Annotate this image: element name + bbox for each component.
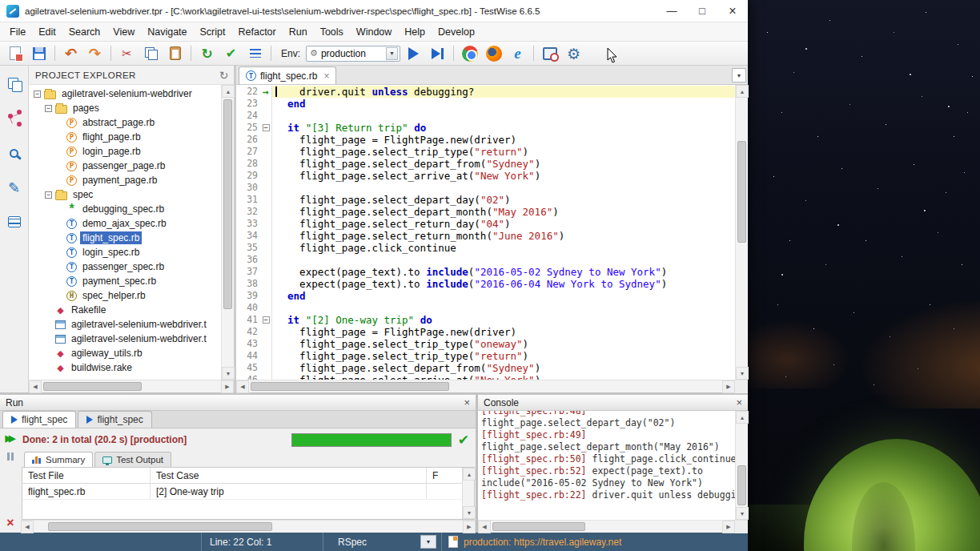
code-line[interactable]: 45 flight_page.select_depart_from("Sydne… [236, 362, 735, 374]
table-vscrollbar[interactable]: ▲ ▼ [462, 468, 474, 519]
tree-item-flight-page-rb[interactable]: Pflight_page.rb [29, 130, 221, 144]
scroll-up-icon[interactable]: ▲ [222, 85, 235, 98]
tree-item-spec-helper-rb[interactable]: Hspec_helper.rb [29, 288, 221, 303]
scroll-thumb[interactable] [223, 99, 232, 309]
scroll-thumb[interactable] [48, 522, 272, 531]
editor-vscrollbar[interactable]: ▲ ▼ [735, 85, 748, 380]
tree-item-debugging-spec-rb[interactable]: *debugging_spec.rb [29, 202, 221, 216]
code-line[interactable]: 38 expect(page_text).to include("2016-06… [236, 278, 735, 290]
subtab-summary[interactable]: Summary [24, 452, 93, 467]
save-button[interactable] [28, 43, 50, 63]
console-file-link[interactable]: [flight_spec.rb:49] [481, 429, 587, 440]
settings-button[interactable]: ⚙ [563, 43, 584, 63]
redo-button[interactable]: ↷ [84, 43, 106, 63]
editor-hscrollbar[interactable]: ◀ ▶ [236, 380, 748, 392]
tree-item-demo-ajax-spec-rb[interactable]: Tdemo_ajax_spec.rb [29, 216, 221, 231]
console-vscrollbar[interactable]: ▲ ▼ [735, 411, 748, 520]
menu-edit[interactable]: Edit [32, 26, 62, 38]
tree-item-login-spec-rb[interactable]: Tlogin_spec.rb [29, 245, 221, 259]
maximize-button[interactable]: □ [687, 0, 717, 22]
tab-close-icon[interactable]: × [323, 70, 329, 82]
code-line[interactable]: 46 flight_page.select_arrive_at("New Yor… [236, 374, 735, 380]
ie-button[interactable]: e [507, 43, 528, 63]
table-row[interactable]: flight_spec.rb[2] One-way trip [22, 484, 462, 500]
menu-script[interactable]: Script [194, 26, 232, 38]
code-line[interactable]: 32 flight_page.select_depart_month("May … [236, 206, 735, 218]
syntax-check-button[interactable]: ✔ [220, 43, 242, 63]
console-file-link[interactable]: [flight_spec.rb:52] [481, 465, 587, 477]
tree-item-buildwise-rake[interactable]: ◆buildwise.rake [29, 360, 221, 375]
scroll-track[interactable] [42, 380, 221, 392]
console-file-link[interactable]: [flight_spec.rb:50] [481, 453, 587, 465]
code-line[interactable]: 30 [236, 182, 735, 194]
collapse-icon[interactable]: − [45, 191, 52, 199]
menu-search[interactable]: Search [62, 26, 107, 38]
code-line[interactable]: 34 flight_page.select_return_month("June… [236, 230, 735, 242]
firefox-button[interactable] [483, 43, 504, 63]
scroll-thumb[interactable] [43, 382, 142, 391]
column-header-test-case[interactable]: Test Case [151, 468, 427, 483]
code-line[interactable]: 28 flight_page.select_depart_from("Sydne… [236, 158, 735, 170]
console-file-link[interactable]: [flight_spec.rb:22] [481, 489, 587, 501]
console-output[interactable]: [flight_spec.rb:48]flight_page.select_de… [478, 411, 735, 520]
code-line[interactable]: 43 flight_page.select_trip_type("oneway"… [236, 338, 735, 350]
scroll-left-icon[interactable]: ◀ [478, 521, 491, 533]
code-line[interactable]: 40 [236, 302, 735, 314]
undo-button[interactable]: ↶ [60, 43, 82, 63]
code-line[interactable]: 23 end [236, 98, 735, 110]
code-line[interactable]: 36 [236, 254, 735, 266]
menu-view[interactable]: View [106, 26, 141, 38]
pause-button[interactable] [7, 452, 14, 461]
explorer-vscrollbar[interactable]: ▲ ▼ [221, 85, 234, 380]
scroll-down-icon[interactable]: ▼ [736, 367, 749, 380]
scroll-down-icon[interactable]: ▼ [463, 506, 476, 519]
console-hscrollbar[interactable]: ◀ ▶ [478, 520, 748, 533]
tree-item-agileway-utils-rb[interactable]: ◆agileway_utils.rb [29, 346, 221, 360]
run-to-cursor-button[interactable] [427, 43, 448, 63]
scroll-track[interactable] [491, 521, 722, 533]
refresh-button[interactable]: ↻ [196, 43, 218, 63]
subtab-test-output[interactable]: Test Output [94, 452, 171, 467]
abort-button[interactable]: × [6, 516, 14, 530]
scroll-left-icon[interactable]: ◀ [21, 521, 34, 533]
code-line[interactable]: 37 expect(page_text).to include("2016-05… [236, 266, 735, 278]
tree-item-agiletravel-selenium-webdriver[interactable]: −agiletravel-selenium-webdriver [29, 86, 221, 101]
scroll-thumb[interactable] [251, 382, 449, 391]
tree-item-agiletravel-selenium-webdriver-t[interactable]: agiletravel-selenium-webdriver.t [29, 332, 221, 346]
scroll-up-icon[interactable]: ▲ [463, 468, 476, 481]
scroll-down-icon[interactable]: ▼ [222, 367, 235, 380]
env-dropdown[interactable]: ⚙ production ▼ [306, 46, 400, 62]
code-line[interactable]: 27 flight_page.select_trip_type("return"… [236, 146, 735, 158]
new-file-button[interactable] [4, 43, 26, 63]
run-button[interactable] [403, 43, 424, 63]
scroll-track[interactable] [736, 424, 748, 507]
tree-item-passenger-page-rb[interactable]: Ppassenger_page.rb [29, 159, 221, 173]
menu-tools[interactable]: Tools [314, 26, 350, 38]
chevron-down-icon[interactable]: ▼ [386, 47, 398, 60]
snippets-view-button[interactable]: ✎ [4, 177, 25, 198]
scroll-right-icon[interactable]: ▶ [463, 521, 476, 533]
paste-button[interactable] [164, 43, 186, 63]
screenshot-button[interactable] [539, 43, 560, 63]
editor-tab-list-dropdown[interactable]: ▼ [732, 68, 746, 82]
code-line[interactable]: 31 flight_page.select_depart_day("02") [236, 194, 735, 206]
scroll-left-icon[interactable]: ◀ [236, 380, 249, 393]
menu-develop[interactable]: Develop [432, 26, 481, 38]
menu-navigate[interactable]: Navigate [141, 26, 193, 38]
format-button[interactable] [244, 43, 266, 63]
cut-button[interactable]: ✂ [116, 43, 138, 63]
scroll-track[interactable] [34, 521, 463, 533]
project-view-button[interactable] [4, 74, 25, 95]
fold-toggle-icon[interactable]: − [263, 124, 270, 131]
code-line[interactable]: 26 flight_page = FlightPage.new(driver) [236, 134, 735, 146]
tree-item-payment-page-rb[interactable]: Ppayment_page.rb [29, 173, 221, 187]
run-hscrollbar[interactable]: ◀ ▶ [21, 520, 476, 533]
collapse-icon[interactable]: − [45, 105, 52, 112]
scroll-right-icon[interactable]: ▶ [221, 380, 234, 393]
run-panel-close-icon[interactable]: × [464, 396, 470, 408]
scroll-left-icon[interactable]: ◀ [29, 380, 42, 393]
run-all-button[interactable]: ▶▶ [6, 433, 16, 444]
code-line[interactable]: 33 flight_page.select_return_day("04") [236, 218, 735, 230]
tab-flight-spec[interactable]: T flight_spec.rb × [239, 66, 336, 84]
column-header-f[interactable]: F [427, 468, 462, 483]
